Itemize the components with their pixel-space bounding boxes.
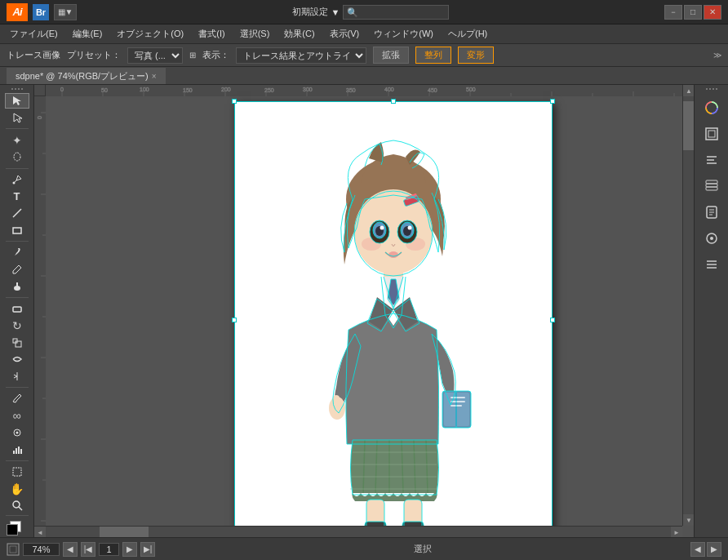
handle-mr[interactable] <box>550 318 555 322</box>
expand-button[interactable]: 拡張 <box>373 47 409 64</box>
menu-file[interactable]: ファイル(E) <box>3 26 64 42</box>
zoom-tool-button[interactable] <box>5 498 29 513</box>
handle-ml[interactable] <box>232 318 237 322</box>
align-panel-button[interactable] <box>699 149 724 171</box>
zoom-input[interactable]: 74% <box>23 543 60 556</box>
blend-tool-button[interactable]: ∞ <box>5 408 29 424</box>
prev-page-button[interactable]: ◀ <box>63 542 78 557</box>
canvas-area[interactable]: 0 50 100 150 200 250 300 350 400 450 500 <box>34 85 694 537</box>
lasso-tool-button[interactable] <box>5 149 29 165</box>
first-page-button[interactable]: |◀ <box>81 542 95 557</box>
main-area: ✦ T ↻ <box>0 85 728 537</box>
br-logo-icon: Br <box>33 4 49 20</box>
svg-line-10 <box>14 375 17 376</box>
svg-rect-120 <box>706 184 717 187</box>
status-left-icons <box>7 543 20 556</box>
scroll-left-button[interactable]: ◄ <box>34 527 46 537</box>
line-tool-button[interactable] <box>5 206 29 221</box>
vertical-scrollbar[interactable]: ▲ ▼ <box>682 85 694 526</box>
horizontal-scroll-thumb[interactable] <box>100 527 149 537</box>
svg-point-74 <box>408 226 412 230</box>
transform-panel-button[interactable] <box>699 122 724 145</box>
page-input[interactable]: 1 <box>99 543 119 556</box>
eyedropper-tool-button[interactable] <box>5 391 29 407</box>
scroll-right-button[interactable]: ► <box>671 527 682 537</box>
color-panel-button[interactable] <box>699 96 724 119</box>
align-button[interactable]: 整列 <box>415 47 451 64</box>
menu-window[interactable]: ウィンドウ(W) <box>367 26 440 42</box>
direct-select-tool-button[interactable] <box>5 110 29 126</box>
window-controls: － □ ✕ <box>664 5 721 20</box>
svg-text:450: 450 <box>428 87 437 93</box>
horizontal-scrollbar[interactable]: ◄ ► <box>34 526 682 537</box>
hand-tool-button[interactable]: ✋ <box>5 481 29 496</box>
status-arrow-left[interactable]: ◀ <box>690 542 705 557</box>
minimize-button[interactable]: － <box>664 5 682 20</box>
last-page-button[interactable]: ▶| <box>140 542 155 557</box>
title-bar-left: Ai Br ▦▼ <box>7 3 77 21</box>
panel-icon[interactable]: ▦▼ <box>54 4 77 20</box>
title-preset-label: 初期設定 <box>292 6 328 18</box>
pen-tool-button[interactable] <box>5 171 29 187</box>
handle-tl[interactable] <box>232 99 237 104</box>
layers-panel-button[interactable] <box>699 175 724 198</box>
handle-tr[interactable] <box>550 99 555 104</box>
svg-rect-132 <box>10 546 16 553</box>
trace-display-label: 表示： <box>202 49 229 61</box>
select-tool-button[interactable] <box>5 93 29 109</box>
title-dropdown-icon: ▼ <box>331 7 340 17</box>
svg-line-2 <box>13 209 21 217</box>
eraser-tool-button[interactable] <box>5 301 29 317</box>
svg-rect-3 <box>13 228 21 233</box>
symbol-tool-button[interactable] <box>5 424 29 440</box>
grid-icon[interactable]: ⊞ <box>189 51 196 60</box>
svg-rect-7 <box>16 341 21 347</box>
document-tab[interactable]: sdpne* @ 74%(RGB/プレビュー) × <box>7 68 166 84</box>
width-tool-button[interactable] <box>5 369 29 384</box>
scale-tool-button[interactable] <box>5 335 29 350</box>
svg-rect-49 <box>34 96 46 526</box>
tab-bar: sdpne* @ 74%(RGB/プレビュー) × <box>0 67 728 85</box>
next-page-button[interactable]: ▶ <box>122 542 137 557</box>
vertical-scroll-thumb[interactable] <box>683 101 694 150</box>
warp-tool-button[interactable] <box>5 352 29 367</box>
menu-select[interactable]: 選択(S) <box>233 26 277 42</box>
symbols-panel-button[interactable] <box>699 227 724 250</box>
svg-rect-16 <box>18 447 20 454</box>
transform-button[interactable]: 変形 <box>458 47 494 64</box>
text-tool-button[interactable]: T <box>5 189 29 204</box>
artboard-tool-button[interactable] <box>5 464 29 480</box>
more-options-icon[interactable]: ≫ <box>713 51 721 60</box>
pencil-tool-button[interactable] <box>5 262 29 278</box>
blob-brush-tool-button[interactable] <box>5 278 29 294</box>
color-boxes[interactable] <box>7 521 28 535</box>
menu-help[interactable]: ヘルプ(H) <box>442 26 494 42</box>
maximize-button[interactable]: □ <box>684 5 702 20</box>
brushes-panel-button[interactable] <box>699 201 724 224</box>
menu-effect[interactable]: 効果(C) <box>277 26 321 42</box>
status-arrow-right[interactable]: ▶ <box>707 542 721 557</box>
svg-rect-84 <box>451 397 465 398</box>
paintbrush-tool-button[interactable] <box>5 245 29 260</box>
scroll-down-button[interactable]: ▼ <box>683 514 694 526</box>
menu-edit[interactable]: 編集(E) <box>66 26 109 42</box>
trace-preset-select[interactable]: 写真 (... <box>127 47 183 64</box>
magic-wand-tool-button[interactable]: ✦ <box>5 132 29 148</box>
menu-type[interactable]: 書式(I) <box>192 26 231 42</box>
close-button[interactable]: ✕ <box>704 5 721 20</box>
menu-object[interactable]: オブジェクト(O) <box>110 26 190 42</box>
menu-panel-button[interactable] <box>699 253 724 276</box>
rotate-tool-button[interactable]: ↻ <box>5 318 29 334</box>
rectangle-tool-button[interactable] <box>5 222 29 238</box>
tab-close-button[interactable]: × <box>152 72 157 81</box>
handle-tm[interactable] <box>391 99 396 104</box>
svg-point-75 <box>388 251 398 258</box>
scroll-up-button[interactable]: ▲ <box>683 85 694 96</box>
svg-rect-131 <box>7 544 19 555</box>
trace-display-select[interactable]: トレース結果とアウトライン <box>236 47 366 64</box>
search-input[interactable] <box>343 5 449 20</box>
menu-view[interactable]: 表示(V) <box>323 26 366 42</box>
graph-tool-button[interactable] <box>5 442 29 457</box>
status-bar: 74% ◀ |◀ 1 ▶ ▶| 選択 ◀ ▶ <box>0 537 728 560</box>
svg-rect-18 <box>13 468 21 476</box>
